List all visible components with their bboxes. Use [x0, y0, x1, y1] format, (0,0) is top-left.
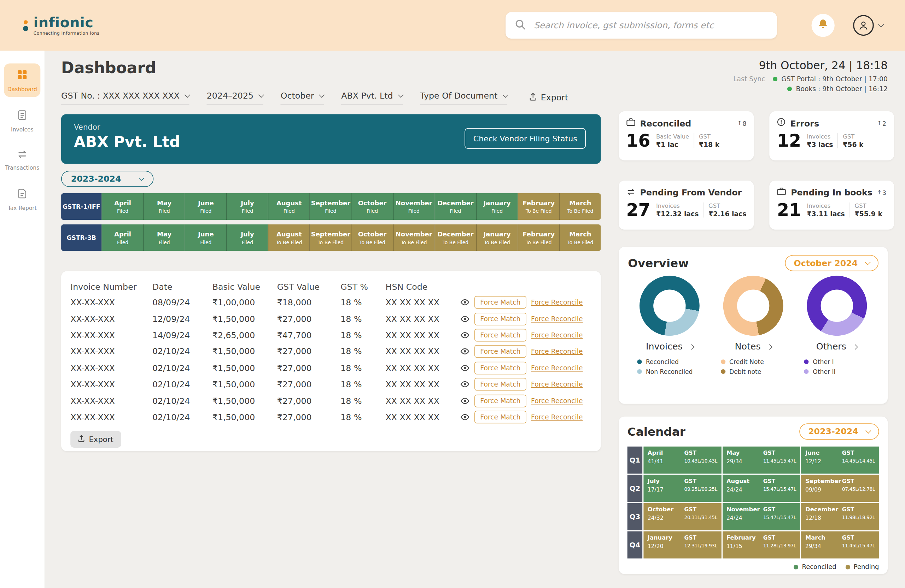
calendar-year-selector[interactable]: 2023-2024	[800, 423, 879, 440]
gstr1-month-chip[interactable]: April Filed	[102, 193, 143, 220]
gstr3b-month-chip[interactable]: January To Be Filed	[476, 224, 518, 251]
donut-category-link[interactable]: Others	[795, 342, 878, 352]
force-reconcile-link[interactable]: Force Reconcile	[531, 298, 583, 306]
sidebar-item-invoices[interactable]: Invoices	[4, 104, 40, 138]
force-reconcile-link[interactable]: Force Reconcile	[531, 364, 583, 372]
filter-vendor[interactable]: ABX Pvt. Ltd	[341, 91, 403, 105]
gstr3b-month-chip[interactable]: March To Be Filed	[559, 224, 601, 251]
force-match-button[interactable]: Force Match	[475, 410, 526, 423]
gstr3b-month-chip[interactable]: April Filed	[102, 224, 143, 251]
gst-value-cell: ₹27,000	[277, 380, 341, 389]
force-match-button[interactable]: Force Match	[475, 312, 526, 325]
force-reconcile-link[interactable]: Force Reconcile	[531, 315, 583, 323]
stat-card-reconciled[interactable]: Reconciled ↑8 16 Basic Value₹1 lac GST₹1…	[619, 111, 754, 160]
invoice-number-cell: XX-XX-XXX	[70, 380, 152, 389]
view-invoice-button[interactable]	[455, 315, 475, 322]
calendar-cell[interactable]: January12/20 GST12.31L/19.93L	[643, 531, 721, 559]
filter-document-type[interactable]: Type Of Document	[420, 91, 507, 105]
gstr1-month-chip[interactable]: July Filed	[226, 193, 268, 220]
gstr1-month-chip[interactable]: May Filed	[143, 193, 185, 220]
calendar-cell[interactable]: October24/32 GST20.11L/31.45L	[643, 503, 721, 530]
chevron-down-icon	[259, 92, 264, 98]
gstr3b-month-chip[interactable]: July Filed	[226, 224, 268, 251]
stat-card-errors[interactable]: Errors ↑2 12 Invoices₹3 lacs GST₹56 k	[770, 111, 894, 160]
sidebar-item-dashboard[interactable]: Dashboard	[4, 63, 40, 97]
force-match-button[interactable]: Force Match	[475, 345, 526, 358]
force-reconcile-link[interactable]: Force Reconcile	[531, 380, 583, 388]
sidebar-item-transactions[interactable]: Transactions	[4, 144, 40, 175]
gstr3b-month-chip[interactable]: February To Be Filed	[518, 224, 559, 251]
search-input[interactable]	[533, 20, 767, 32]
view-invoice-button[interactable]	[455, 397, 475, 404]
header-meta: 9th October, 24 | 18:18 Last Sync GST Po…	[733, 59, 888, 93]
notifications-button[interactable]	[812, 14, 835, 37]
logo-name: infionic	[33, 15, 100, 29]
filter-gst-number[interactable]: GST No. : XXX XXX XXX XXX	[61, 91, 189, 105]
donut-chart	[807, 276, 867, 336]
check-vendor-filing-status-button[interactable]: Check Vendor Filing Status	[465, 128, 586, 149]
force-reconcile-link[interactable]: Force Reconcile	[531, 347, 583, 355]
donut-category-link[interactable]: Invoices	[628, 342, 711, 352]
gstr3b-month-chip[interactable]: June Filed	[185, 224, 227, 251]
force-reconcile-link[interactable]: Force Reconcile	[531, 396, 583, 404]
overview-card: Overview October 2024 Invoices Reconcile…	[619, 247, 888, 404]
sync-arrows-icon	[626, 187, 635, 198]
view-invoice-button[interactable]	[455, 348, 475, 355]
gstr1-month-chip[interactable]: February To Be Filed	[518, 193, 559, 220]
export-button-table[interactable]: Export	[70, 431, 121, 448]
calendar-cell[interactable]: April41/41 GST10.43L/10.43L	[643, 447, 721, 474]
up-arrow-icon: ↑	[737, 120, 742, 127]
stat-card-pending-from-vendor[interactable]: Pending From Vendor 27 Invoices₹12.32 la…	[619, 181, 754, 230]
force-match-button[interactable]: Force Match	[475, 361, 526, 374]
stat-count: 21	[777, 201, 801, 219]
calendar-cell[interactable]: September09/09 GST07.45L/12.78L	[802, 475, 879, 502]
account-menu[interactable]	[853, 15, 883, 36]
gstr3b-month-chip[interactable]: August To Be Filed	[268, 224, 310, 251]
calendar-cell[interactable]: May29/34 GST11.45L/15.47L	[722, 447, 800, 474]
filter-financial-year[interactable]: 2024–2025	[207, 91, 264, 105]
donut-category-link[interactable]: Notes	[711, 342, 795, 352]
view-invoice-button[interactable]	[455, 414, 475, 420]
sidebar-item-tax-report[interactable]: Tax Report	[4, 182, 40, 216]
gstr3b-month-chip[interactable]: May Filed	[143, 224, 185, 251]
gstr3b-month-chip[interactable]: October To Be Filed	[351, 224, 393, 251]
app-logo: infionic Connecting Information Ions	[23, 15, 99, 35]
force-reconcile-link[interactable]: Force Reconcile	[531, 413, 583, 421]
global-search[interactable]	[505, 12, 777, 38]
force-match-button[interactable]: Force Match	[475, 296, 526, 309]
gstr1-month-chip[interactable]: November Filed	[393, 193, 435, 220]
calendar-title: Calendar	[627, 425, 686, 439]
force-match-button[interactable]: Force Match	[475, 378, 526, 391]
calendar-cell[interactable]: December12/18 GST11.98L/18.92L	[802, 503, 879, 530]
calendar-cell[interactable]: February11/15 GST11.28L/13.97L	[722, 531, 800, 559]
gstr3b-month-chip[interactable]: September To Be Filed	[310, 224, 351, 251]
vendor-year-selector[interactable]: 2023-2024	[61, 171, 153, 187]
gstr1-month-chip[interactable]: October Filed	[351, 193, 393, 220]
view-invoice-button[interactable]	[455, 365, 475, 371]
gstr3b-month-chip[interactable]: December To Be Filed	[435, 224, 476, 251]
gstr1-month-chip[interactable]: June Filed	[185, 193, 227, 220]
stat-card-pending-in-books[interactable]: Pending In books ↑3 21 Invoices₹3.11 lac…	[770, 181, 894, 230]
gstr1-month-chip[interactable]: January Filed	[476, 193, 518, 220]
view-invoice-button[interactable]	[455, 332, 475, 339]
gstr1-month-chip[interactable]: September Filed	[310, 193, 351, 220]
calendar-cell[interactable]: March29/34 GST11.45L/15.47L	[802, 531, 879, 559]
calendar-cell[interactable]: June12/12 GST14.45L/14.45L	[802, 447, 879, 474]
calendar-cell[interactable]: August24/24 GST15.47L/15.47L	[722, 475, 800, 502]
view-invoice-button[interactable]	[455, 299, 475, 306]
force-match-button[interactable]: Force Match	[475, 329, 526, 342]
gstr1-month-chip[interactable]: December Filed	[435, 193, 476, 220]
calendar-cell[interactable]: July17/17 GST09.25L/09.25L	[643, 475, 721, 502]
filter-month[interactable]: October	[281, 91, 324, 105]
date-cell: 12/09/24	[152, 314, 213, 323]
export-button-top[interactable]: Export	[529, 91, 568, 103]
force-reconcile-link[interactable]: Force Reconcile	[531, 331, 583, 339]
calendar-cell[interactable]: November24/24 GST15.47L/15.47L	[722, 503, 800, 530]
view-invoice-button[interactable]	[455, 381, 475, 388]
gstr1-month-chip[interactable]: March To Be Filed	[559, 193, 601, 220]
table-row: XX-XX-XXX 14/09/24 ₹2,65,000 ₹47,700 18 …	[70, 327, 591, 343]
gstr3b-month-chip[interactable]: November To Be Filed	[393, 224, 435, 251]
force-match-button[interactable]: Force Match	[475, 395, 526, 407]
gstr1-month-chip[interactable]: August Filed	[268, 193, 310, 220]
overview-period-selector[interactable]: October 2024	[785, 255, 878, 271]
